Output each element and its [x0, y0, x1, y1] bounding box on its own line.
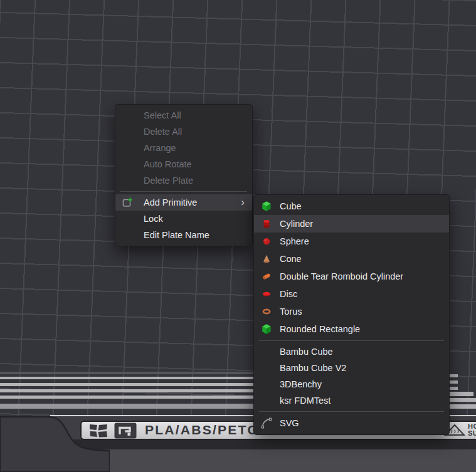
- menu-item-auto-rotate: Auto Rotate: [115, 156, 252, 172]
- rounded-rectangle-icon: [261, 323, 272, 335]
- submenu-item-svg[interactable]: SVG: [254, 414, 449, 432]
- disc-icon: [261, 288, 272, 300]
- submenu-item-disc[interactable]: Disc: [254, 285, 449, 303]
- menu-item-edit-plate-name[interactable]: Edit Plate Name: [115, 227, 252, 243]
- submenu-item-label: Torus: [280, 307, 302, 317]
- menu-item-label: Add Primitive: [144, 197, 197, 207]
- menu-item-delete-all: Delete All: [115, 123, 252, 140]
- plate-stripe-right: [450, 398, 476, 402]
- submenu-separator: [259, 411, 444, 412]
- cube-icon: [261, 201, 272, 212]
- cone-icon: [261, 253, 272, 265]
- sphere-icon: [261, 236, 272, 247]
- submenu-separator: [259, 340, 444, 341]
- menu-separator: [120, 191, 247, 192]
- submenu-item-bambu-cube-v2[interactable]: Bambu Cube V2: [254, 360, 449, 376]
- plate-brand-text: PLA/ABS/PETG: [145, 423, 259, 438]
- double-tear-romboid-cylinder-icon: [261, 271, 272, 282]
- submenu-item-3dbenchy[interactable]: 3DBenchy: [254, 376, 449, 392]
- menu-item-select-all: Select All: [115, 107, 252, 123]
- plate-maker-logo-icon: [114, 422, 137, 439]
- submenu-item-label: SVG: [280, 418, 299, 428]
- plate-stripe-right: [450, 387, 458, 390]
- menu-item-arrange: Arrange: [115, 140, 252, 156]
- warning-text-line2: SURFACE: [468, 430, 476, 437]
- submenu-item-label: Cube: [280, 201, 302, 211]
- menu-item-delete-plate: Delete Plate: [115, 172, 252, 189]
- submenu-arrow-icon: ›: [241, 194, 245, 211]
- svg-bezier-icon: [261, 417, 272, 429]
- submenu-item-label: Cylinder: [280, 219, 313, 229]
- submenu-item-cone[interactable]: Cone: [254, 250, 449, 268]
- submenu-item-label: Disc: [280, 289, 297, 299]
- submenu-item-cube[interactable]: Cube: [254, 197, 449, 215]
- submenu-item-bambu-cube[interactable]: Bambu Cube: [254, 344, 449, 360]
- plate-stripe-right: [450, 374, 458, 377]
- submenu-item-label: Sphere: [280, 236, 309, 246]
- submenu-item-rounded-rectangle[interactable]: Rounded Rectangle: [254, 320, 449, 338]
- submenu-item-cylinder[interactable]: Cylinder: [254, 215, 449, 233]
- submenu-item-double-tear-romboid-cylinder[interactable]: Double Tear Romboid Cylinder: [254, 268, 449, 285]
- torus-icon: [261, 306, 272, 317]
- submenu-item-ksr-fdmtest[interactable]: ksr FDMTest: [254, 392, 449, 409]
- bambu-windmill-logo-icon: [88, 423, 108, 438]
- submenu-item-torus[interactable]: Torus: [254, 303, 449, 320]
- add-primitive-icon: [122, 197, 133, 208]
- submenu-item-label: Rounded Rectangle: [280, 324, 360, 334]
- plate-stripe-right: [450, 404, 476, 409]
- menu-item-lock[interactable]: Lock: [115, 211, 252, 227]
- add-primitive-submenu: Cube Cylinder Sphere Cone Double Tear Ro…: [253, 194, 450, 435]
- menu-item-add-primitive[interactable]: Add Primitive ›: [115, 194, 252, 211]
- plate-stripe-right: [450, 380, 458, 384]
- plate-context-menu: Select All Delete All Arrange Auto Rotat…: [115, 104, 253, 246]
- viewport-3d: PLA/ABS/PETG HOT SURFACE Select All Dele…: [0, 0, 476, 472]
- submenu-item-label: Cone: [280, 254, 302, 264]
- submenu-item-label: Double Tear Romboid Cylinder: [280, 271, 403, 281]
- submenu-item-sphere[interactable]: Sphere: [254, 233, 449, 250]
- cylinder-icon: [261, 218, 272, 229]
- plate-stripe-right: [450, 392, 473, 396]
